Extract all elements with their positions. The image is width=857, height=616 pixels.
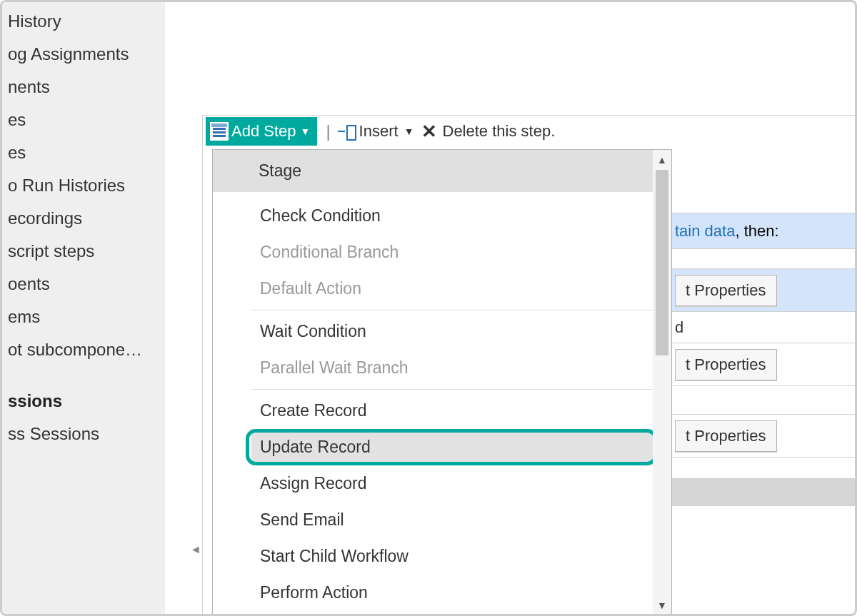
menu-item-conditional-branch: Conditional Branch	[251, 234, 653, 271]
menu-item-check-condition[interactable]: Check Condition	[251, 198, 653, 234]
sidebar-item[interactable]: ecordings	[2, 202, 165, 235]
menu-item-update-record[interactable]: Update Record	[251, 429, 653, 465]
sidebar-item[interactable]: oents	[2, 268, 165, 301]
menu-item-parallel-wait-branch: Parallel Wait Branch	[251, 350, 653, 386]
workflow-steps-preview: tain data, then: t Properties d t Proper…	[672, 149, 857, 506]
sidebar-item[interactable]: es	[2, 103, 165, 136]
sidebar-item[interactable]: og Assignments	[2, 38, 165, 71]
sidebar-item[interactable]: History	[2, 5, 165, 38]
sidebar-item[interactable]: o Run Histories	[2, 169, 165, 202]
add-step-icon	[210, 122, 229, 141]
menu-item-perform-action[interactable]: Perform Action	[251, 575, 653, 611]
menu-scrollbar[interactable]: ▲ ▼	[653, 150, 671, 615]
menu-item-send-email[interactable]: Send Email	[251, 502, 653, 538]
condition-row[interactable]: tain data, then:	[672, 213, 857, 249]
add-step-menu: Stage Check Condition Conditional Branch…	[212, 149, 672, 616]
toolbar-separator: |	[326, 121, 330, 141]
step-text: d	[675, 318, 683, 337]
menu-item-assign-record[interactable]: Assign Record	[251, 465, 653, 502]
menu-item-create-record[interactable]: Create Record	[251, 393, 653, 429]
set-properties-button[interactable]: t Properties	[675, 349, 777, 380]
step-row[interactable]: t Properties	[672, 415, 857, 458]
scroll-up-icon[interactable]: ▲	[653, 151, 671, 168]
menu-item-start-child-workflow[interactable]: Start Child Workflow	[251, 538, 653, 575]
sidebar-item[interactable]: script steps	[2, 235, 165, 268]
menu-item-default-action: Default Action	[251, 271, 653, 307]
sidebar: History og Assignments nents es es o Run…	[2, 2, 165, 614]
sidebar-item[interactable]: ot subcompone…	[2, 333, 165, 366]
insert-label: Insert	[359, 122, 399, 141]
set-properties-button[interactable]: t Properties	[675, 275, 777, 306]
then-text: , then:	[735, 222, 778, 241]
sidebar-item[interactable]: ems	[2, 301, 165, 333]
delete-icon[interactable]: ✕	[421, 121, 437, 143]
step-row[interactable]: t Properties	[672, 343, 857, 386]
workflow-toolbar: Add Step ▼ | Insert ▼ ✕ Delete this step…	[203, 116, 857, 147]
sidebar-item[interactable]: ss Sessions	[2, 418, 165, 450]
set-properties-button[interactable]: t Properties	[675, 420, 777, 452]
condition-link[interactable]: tain data	[675, 222, 735, 241]
insert-button[interactable]: Insert ▼	[336, 122, 414, 141]
menu-item-wait-condition[interactable]: Wait Condition	[251, 313, 653, 350]
sidebar-item[interactable]: nents	[2, 71, 165, 103]
add-step-button[interactable]: Add Step ▼	[206, 117, 317, 146]
app-window: History og Assignments nents es es o Run…	[0, 0, 857, 616]
sidebar-item[interactable]: es	[2, 136, 165, 169]
scroll-left-icon[interactable]: ◄	[189, 539, 202, 560]
chevron-down-icon: ▼	[404, 126, 414, 137]
step-row[interactable]: t Properties	[672, 269, 857, 312]
step-row: d	[672, 312, 857, 343]
step-row-footer	[672, 479, 857, 506]
add-step-label: Add Step	[231, 122, 296, 141]
chevron-down-icon: ▼	[301, 126, 311, 137]
scroll-down-icon[interactable]: ▼	[653, 597, 671, 614]
scroll-thumb[interactable]	[656, 170, 668, 355]
menu-item-stage[interactable]: Stage	[213, 150, 653, 192]
delete-step-label: Delete this step.	[443, 122, 556, 141]
insert-icon	[336, 122, 355, 141]
sidebar-section: ssions	[2, 385, 165, 418]
